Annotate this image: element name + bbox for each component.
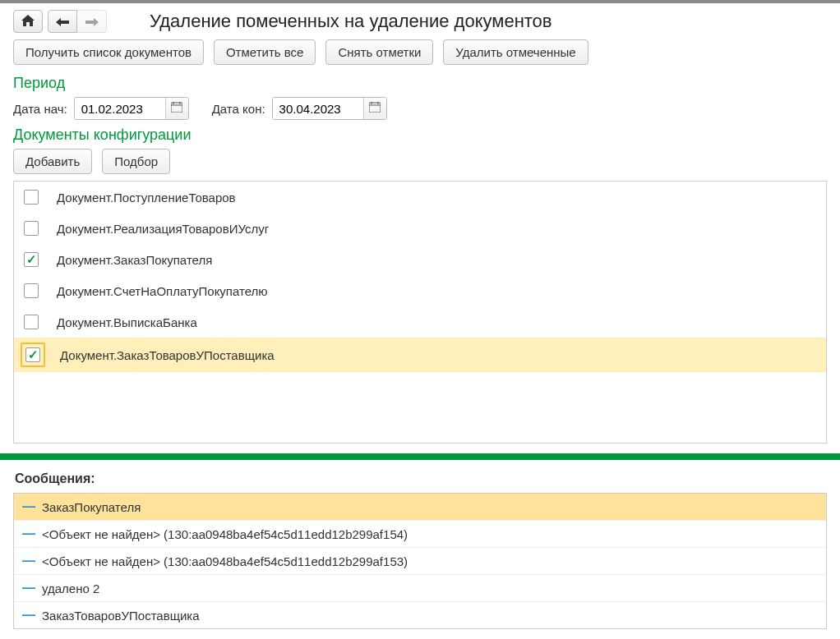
message-row[interactable]: —<Объект не найден> (130:aa0948ba4ef54c5…: [14, 520, 826, 547]
period-row: Дата нач: Дата кон:: [0, 94, 840, 123]
dash-icon: —: [22, 608, 34, 623]
document-checkbox[interactable]: [25, 347, 40, 362]
date-end-wrap: [272, 97, 387, 120]
message-text: ЗаказТоваровУПоставщика: [42, 609, 200, 623]
date-start-picker[interactable]: [165, 98, 188, 119]
docs-section-title: Документы конфигурации: [0, 123, 840, 145]
document-checkbox[interactable]: [24, 221, 39, 236]
svg-rect-4: [369, 103, 381, 113]
arrow-right-icon: [85, 15, 99, 29]
nav-buttons: [13, 10, 107, 33]
document-checkbox[interactable]: [24, 315, 39, 329]
checkbox-wrap[interactable]: [21, 249, 42, 270]
message-row[interactable]: —ЗаказПокупателя: [14, 494, 826, 520]
checkbox-wrap[interactable]: [21, 218, 42, 239]
dash-icon: —: [22, 499, 34, 514]
document-row[interactable]: Документ.СчетНаОплатуПокупателю: [14, 275, 826, 306]
add-button[interactable]: Добавить: [13, 149, 92, 174]
message-text: ЗаказПокупателя: [42, 500, 141, 514]
document-row[interactable]: Документ.ЗаказПокупателя: [14, 244, 826, 275]
document-label: Документ.ЗаказТоваровУПоставщика: [60, 348, 275, 362]
document-row[interactable]: Документ.ВыпискаБанка: [14, 306, 826, 338]
document-checkbox[interactable]: [24, 252, 39, 267]
document-row[interactable]: Документ.ЗаказТоваровУПоставщика: [14, 338, 826, 372]
checkbox-wrap[interactable]: [21, 311, 42, 333]
main-toolbar: Получить список документов Отметить все …: [0, 36, 840, 71]
calendar-icon: [171, 102, 182, 115]
checkbox-wrap[interactable]: [21, 186, 42, 208]
calendar-icon: [369, 102, 381, 115]
back-button[interactable]: [48, 10, 77, 33]
dash-icon: —: [22, 554, 34, 568]
mark-all-button[interactable]: Отметить все: [214, 39, 316, 65]
get-documents-button[interactable]: Получить список документов: [13, 39, 204, 65]
message-row[interactable]: —удалено 2: [14, 574, 826, 601]
document-row[interactable]: Документ.РеализацияТоваровИУслуг: [14, 213, 826, 244]
doc-buttons: Добавить Подбор: [0, 145, 840, 181]
dash-icon: —: [22, 581, 34, 595]
pick-button[interactable]: Подбор: [102, 149, 170, 174]
period-section-title: Период: [0, 71, 840, 94]
date-start-wrap: [74, 97, 189, 120]
document-label: Документ.РеализацияТоваровИУслуг: [57, 222, 269, 236]
document-row[interactable]: Документ.ПоступлениеТоваров: [14, 182, 826, 213]
forward-button[interactable]: [77, 10, 107, 33]
date-end-input[interactable]: [273, 98, 363, 119]
dash-icon: —: [22, 526, 34, 541]
document-label: Документ.СчетНаОплатуПокупателю: [57, 284, 268, 298]
delete-marked-button[interactable]: Удалить отмеченные: [443, 39, 588, 65]
document-label: Документ.ВыпискаБанка: [57, 315, 197, 329]
checkbox-wrap[interactable]: [21, 280, 42, 301]
home-button[interactable]: [13, 10, 43, 33]
messages-list[interactable]: —ЗаказПокупателя—<Объект не найден> (130…: [13, 493, 827, 629]
checkbox-wrap[interactable]: [21, 342, 45, 367]
date-start-input[interactable]: [75, 98, 165, 119]
document-label: Документ.ПоступлениеТоваров: [57, 191, 236, 205]
arrow-left-icon: [56, 15, 69, 29]
message-row[interactable]: —ЗаказТоваровУПоставщика: [14, 601, 826, 628]
message-row[interactable]: —<Объект не найден> (130:aa0948ba4ef54c5…: [14, 547, 826, 574]
message-text: <Объект не найден> (130:aa0948ba4ef54c5d…: [42, 527, 408, 541]
message-text: <Объект не найден> (130:aa0948ba4ef54c5d…: [42, 554, 408, 568]
messages-title: Сообщения:: [0, 460, 840, 493]
documents-list[interactable]: Документ.ПоступлениеТоваровДокумент.Реал…: [13, 181, 827, 444]
date-end-label: Дата кон:: [212, 102, 265, 116]
header-row: Удаление помеченных на удаление документ…: [0, 3, 840, 36]
home-icon: [21, 15, 35, 29]
date-start-label: Дата нач:: [13, 102, 67, 116]
unmark-button[interactable]: Снять отметки: [325, 39, 433, 65]
date-end-picker[interactable]: [363, 98, 386, 119]
panel-divider: [0, 453, 840, 460]
document-checkbox[interactable]: [24, 190, 39, 205]
message-text: удалено 2: [42, 582, 99, 595]
document-label: Документ.ЗаказПокупателя: [57, 253, 212, 267]
page-title: Удаление помеченных на удаление документ…: [150, 11, 552, 32]
document-checkbox[interactable]: [24, 283, 39, 298]
svg-rect-0: [171, 103, 182, 113]
